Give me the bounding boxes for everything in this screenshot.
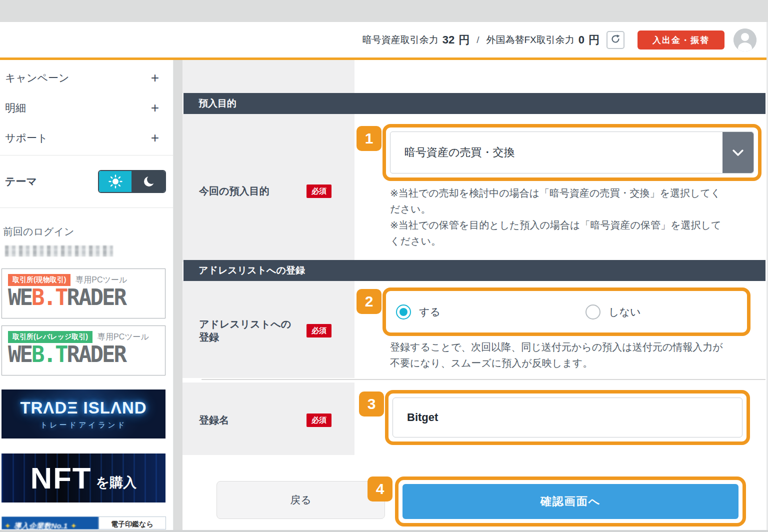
sidebar-item-label: キャンペーン	[5, 71, 69, 85]
deposit-purpose-select[interactable]: 暗号資産の売買・交換	[390, 132, 754, 174]
expand-plus-icon: +	[151, 130, 159, 146]
trade-island-title: TRΛDΞ ISLΛND	[20, 398, 146, 418]
note-line: ※当社での売却を検討中の場合は「暗号資産の売買・交換」を選択してください。	[390, 188, 720, 214]
chevron-down-icon	[722, 132, 754, 173]
star-icon: ✦	[4, 522, 11, 530]
registration-name-label: 登録名	[199, 414, 229, 426]
partner-ad-left: ✦ 導入企業数No.1 ✦	[2, 516, 98, 530]
nft-banner-suffix: を購入	[96, 474, 137, 492]
theme-label: テーマ	[5, 174, 37, 188]
deposit-form: 預入目的 今回の預入目的 必須 1 暗号資産の売買・交換 ※当社での売却を検討中…	[182, 60, 766, 530]
window-frame-bottom	[0, 530, 768, 532]
row-divider	[202, 379, 766, 380]
registration-name-row-label: 登録名 必須	[199, 405, 332, 435]
last-login-label: 前回のログイン	[3, 225, 173, 238]
crypto-balance-value: 32	[442, 34, 454, 46]
note-line: ※当社での保管を目的とした預入の場合は「暗号資産の保管」を選択してください。	[390, 220, 721, 246]
annotation-box-3	[385, 390, 750, 445]
refresh-balance-button[interactable]	[606, 31, 624, 49]
sidebar-divider	[0, 155, 173, 156]
nft-banner[interactable]: NFT を購入	[2, 454, 166, 502]
address-list-label: アドレスリストへの登録	[199, 318, 296, 344]
annotation-box-2: する しない	[382, 288, 750, 336]
moon-icon	[142, 174, 156, 188]
annotation-step-badge-4: 4	[368, 476, 392, 502]
annotation-step-badge-1: 1	[356, 126, 382, 151]
deposit-purpose-notes: ※当社での売却を検討中の場合は「暗号資産の売買・交換」を選択してください。 ※当…	[390, 185, 730, 249]
sidebar-divider	[0, 208, 173, 208]
partner-ad-banner[interactable]: ✦ 導入企業数No.1 ✦ 電子印鑑なら	[2, 516, 166, 530]
sidebar-item-campaign[interactable]: キャンペーン +	[0, 63, 173, 93]
theme-dark-option[interactable]	[132, 171, 165, 192]
balance-separator: /	[474, 34, 482, 46]
annotation-step-badge-3: 3	[359, 392, 384, 416]
star-icon: ✦	[70, 522, 77, 530]
webtrader-logo: WEB.TRADER	[8, 343, 165, 366]
fx-balance-value: 0	[578, 34, 584, 46]
back-button[interactable]: 戻る	[216, 481, 385, 519]
refresh-icon	[610, 34, 620, 46]
address-list-note: 登録することで、次回以降、同じ送付元からの預入は送付元の情報入力が不要になり、ス…	[390, 339, 730, 371]
partner-ad-right: 電子印鑑なら	[98, 516, 166, 530]
top-header: 暗号資産取引余力 32 円 / 外国為替FX取引余力 0 円 入出金・振替	[0, 22, 766, 58]
annotation-step-badge-2: 2	[356, 289, 382, 314]
last-login-value-masked	[5, 246, 113, 256]
required-badge: 必須	[306, 414, 332, 427]
sun-icon	[108, 174, 122, 188]
deposit-withdraw-transfer-button[interactable]: 入出金・振替	[638, 30, 724, 50]
address-list-row-label: アドレスリストへの登録 必須	[199, 312, 332, 348]
sidebar-item-support[interactable]: サポート +	[0, 123, 173, 153]
user-avatar[interactable]	[734, 28, 756, 52]
nft-banner-title: NFT	[30, 461, 92, 496]
expand-plus-icon: +	[151, 70, 159, 86]
pc-tool-label: 専用PCツール	[76, 275, 127, 286]
sidebar: キャンペーン + 明細 + サポート + テーマ	[0, 60, 174, 530]
expand-plus-icon: +	[151, 100, 159, 116]
pc-tool-label: 専用PCツール	[98, 332, 149, 342]
fx-balance-unit: 円	[588, 32, 600, 48]
radio-register-no[interactable]: しない	[586, 304, 640, 320]
radio-selected-icon	[396, 304, 411, 320]
webtrader-leverage-banner[interactable]: 取引所(レバレッジ取引) 専用PCツール WEB.TRADER	[2, 326, 166, 376]
radio-yes-label: する	[419, 305, 440, 319]
annotation-box-4: 確認画面へ	[395, 476, 746, 526]
annotation-box-1: 暗号資産の売買・交換	[382, 124, 762, 181]
deposit-purpose-row-label: 今回の預入目的 必須	[199, 176, 332, 206]
theme-toggle	[98, 170, 166, 193]
confirm-button[interactable]: 確認画面へ	[402, 484, 738, 519]
webtrader-logo: WEB.TRADER	[8, 286, 165, 309]
section-header-deposit-purpose: 預入目的	[184, 93, 766, 114]
person-icon	[734, 28, 756, 52]
crypto-balance-label: 暗号資産取引余力	[362, 34, 438, 46]
crypto-balance-unit: 円	[458, 32, 470, 48]
trade-island-banner[interactable]: TRΛDΞ ISLΛND トレードアイランド	[2, 390, 166, 438]
webtrader-spot-banner[interactable]: 取引所(現物取引) 専用PCツール WEB.TRADER	[2, 268, 166, 318]
radio-register-yes[interactable]: する	[396, 304, 440, 320]
address-list-radio-group: する しない	[390, 295, 743, 328]
balance-summary: 暗号資産取引余力 32 円 / 外国為替FX取引余力 0 円	[362, 32, 600, 48]
deposit-purpose-label: 今回の預入目的	[199, 184, 269, 198]
theme-light-option[interactable]	[99, 171, 132, 192]
section-header-address-list: アドレスリストへの登録	[184, 260, 766, 281]
sidebar-item-label: サポート	[5, 131, 48, 145]
sidebar-item-statements[interactable]: 明細 +	[0, 93, 173, 123]
sidebar-item-label: 明細	[5, 101, 26, 115]
radio-no-label: しない	[608, 305, 640, 319]
radio-unselected-icon	[586, 304, 600, 320]
theme-row: テーマ	[0, 158, 173, 206]
required-badge: 必須	[306, 184, 332, 198]
window-chrome-bar	[0, 0, 768, 22]
trade-island-subtitle: トレードアイランド	[40, 420, 127, 430]
required-badge: 必須	[306, 324, 332, 338]
registration-name-input[interactable]	[392, 398, 742, 438]
label-column	[182, 60, 354, 93]
deposit-purpose-selected-value: 暗号資産の売買・交換	[390, 132, 722, 173]
fx-balance-label: 外国為替FX取引余力	[486, 34, 574, 46]
